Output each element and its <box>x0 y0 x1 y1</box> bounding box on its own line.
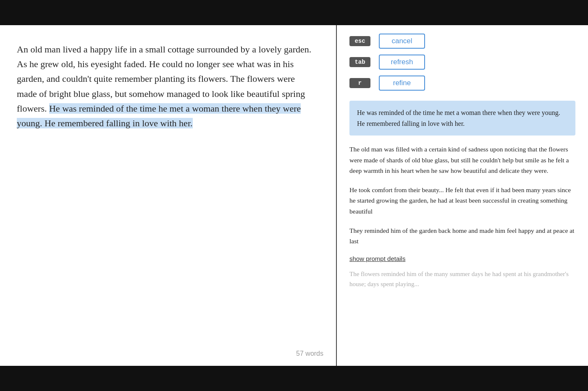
highlighted-quote-box: He was reminded of the time he met a wom… <box>349 101 575 136</box>
continuation-1: The old man was filled with a certain ki… <box>349 144 575 176</box>
refine-button[interactable]: refine <box>379 76 425 91</box>
highlighted-quote-text: He was reminded of the time he met a wom… <box>357 109 560 127</box>
right-panel[interactable]: esc cancel tab refresh r refine He was r… <box>337 25 588 366</box>
continuation-text-1: The old man was filled with a certain ki… <box>349 146 569 174</box>
highlighted-text: He was reminded of the time he met a wom… <box>17 103 301 128</box>
cancel-button[interactable]: cancel <box>379 34 425 49</box>
continuation-3: They reminded him of the garden back hom… <box>349 225 575 247</box>
faded-continuation-text: The flowers reminded him of the many sum… <box>349 269 575 289</box>
continuation-2: He took comfort from their beauty... He … <box>349 185 575 217</box>
key-r: r <box>349 78 370 88</box>
shortcut-row-tab: tab refresh <box>349 55 575 70</box>
key-esc: esc <box>349 36 370 46</box>
refresh-button[interactable]: refresh <box>379 55 425 70</box>
left-panel: An old man lived a happy life in a small… <box>0 25 336 366</box>
bottom-bar <box>0 366 588 391</box>
story-text: An old man lived a happy life in a small… <box>17 42 315 130</box>
top-bar <box>0 0 588 25</box>
show-prompt-details-link[interactable]: show prompt details <box>349 255 405 262</box>
main-content: An old man lived a happy life in a small… <box>0 25 588 366</box>
continuation-text-2: He took comfort from their beauty... He … <box>349 186 571 215</box>
shortcut-row-esc: esc cancel <box>349 34 575 49</box>
word-count: 57 words <box>296 350 323 357</box>
shortcut-row-r: r refine <box>349 76 575 91</box>
keyboard-shortcuts: esc cancel tab refresh r refine <box>349 34 575 91</box>
continuation-text-3: They reminded him of the garden back hom… <box>349 227 574 245</box>
key-tab: tab <box>349 57 370 67</box>
